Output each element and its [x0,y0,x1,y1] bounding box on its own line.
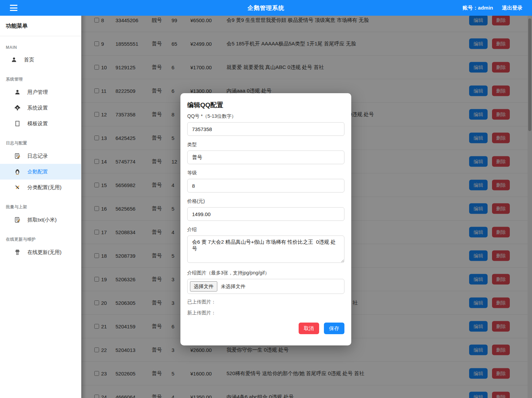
template-icon [14,120,21,127]
level-label: 等级 [187,170,344,176]
type-label: 类型 [187,142,344,148]
user-icon [14,89,21,95]
gear-icon [14,105,21,111]
section-label-batch: 批量与上架 [0,195,81,212]
intro-textarea[interactable]: 会6 黄 7大会2 精品真山号+假山 市场稀有 性价比之王 0违规 处号 [187,236,344,263]
file-status-text: 未选择文件 [221,283,246,290]
penguin-icon [14,169,21,175]
app-header: 企鹅管理系统 账号：admin 退出登录 [0,0,532,16]
sidebar-item-logs[interactable]: 日志记录 [0,148,81,164]
tools-icon [14,184,21,190]
section-label-system: 系统管理 [0,68,81,84]
choose-file-button[interactable]: 选择文件 [190,281,217,292]
app-title: 企鹅管理系统 [0,4,532,12]
edit-qq-modal: 编辑QQ配置 QQ号 *（5-13位数字） 类型 等级 价格(元) 介绍 会6 … [180,93,351,345]
save-button[interactable]: 保存 [324,323,344,334]
uploaded-images-label: 已上传图片： [187,299,344,305]
sidebar-item-home[interactable]: 首页 [0,52,81,68]
sidebar-item-label: 模板设置 [27,120,48,127]
sidebar-item-label: 用户管理 [27,89,48,96]
intro-label: 介绍 [187,227,344,233]
sidebar-item-settings[interactable]: 系统设置 [0,100,81,116]
logout-button[interactable]: 退出登录 [502,5,522,11]
section-label-main: MAIN [0,36,81,52]
sidebar: 功能菜单 MAIN 首页 系统管理 用户管理 系统设置 模板设置 日志与配置 [0,16,81,398]
sidebar-item-label: 首页 [24,57,34,63]
sidebar-item-grab-txt[interactable]: 抓取txt(小米) [0,212,81,228]
new-images-label: 新上传图片： [187,310,344,316]
cancel-button[interactable]: 取消 [299,323,319,334]
sidebar-item-label: 企鹅配置 [27,169,48,175]
user-icon [11,57,17,63]
file-input[interactable]: 选择文件 未选择文件 [187,279,344,294]
sidebar-item-label: 日志记录 [27,153,48,159]
qq-number-label: QQ号 *（5-13位数字） [187,113,344,119]
sidebar-item-template[interactable]: 模板设置 [0,116,81,131]
section-label-update: 在线更新与维护 [0,228,81,244]
sidebar-item-label: 抓取txt(小米) [27,217,57,223]
images-label: 介绍图片（最多3张，支持jpg/png/gif） [187,270,344,276]
sidebar-item-label: 在线更新(无用) [27,249,62,256]
modal-title: 编辑QQ配置 [187,101,344,110]
sidebar-item-users[interactable]: 用户管理 [0,84,81,100]
price-input[interactable] [187,207,344,221]
sidebar-item-online-update[interactable]: 在线更新(无用) [0,244,81,260]
bolt-icon [14,249,21,255]
section-label-logs: 日志与配置 [0,131,81,148]
memo-icon [14,217,21,223]
account-label: 账号：admin [463,5,493,11]
qq-number-input[interactable] [187,122,344,136]
price-label: 价格(元) [187,198,344,204]
sidebar-title: 功能菜单 [0,16,81,36]
sidebar-shadow [81,16,86,398]
type-input[interactable] [187,151,344,164]
sidebar-item-penguin-config[interactable]: 企鹅配置 [0,164,81,180]
sidebar-item-label: 分类配置(无用) [27,184,62,191]
sidebar-item-label: 系统设置 [27,105,48,111]
memo-icon [14,153,21,159]
level-input[interactable] [187,179,344,193]
sidebar-item-category-config[interactable]: 分类配置(无用) [0,180,81,195]
